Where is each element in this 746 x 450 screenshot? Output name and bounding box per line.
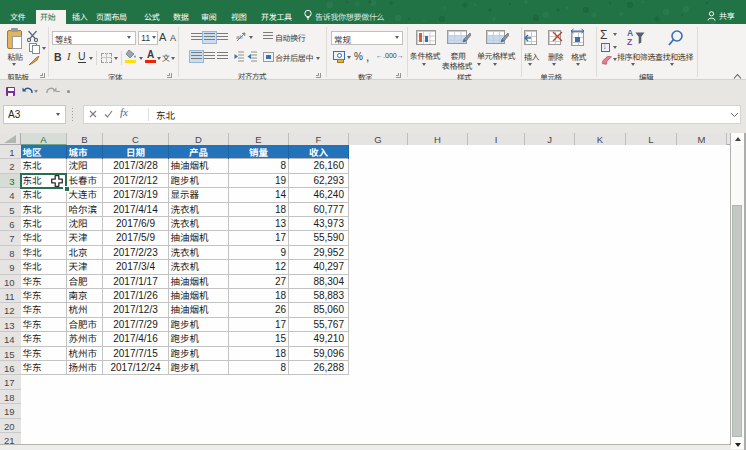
- svg-text:ab: ab: [236, 32, 243, 41]
